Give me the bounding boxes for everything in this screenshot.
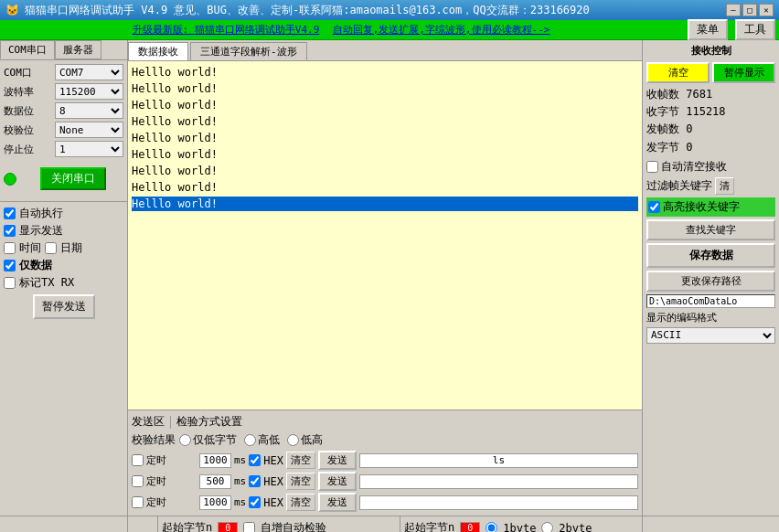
time-label: 时间 <box>19 240 41 256</box>
send-row2-send-button[interactable]: 发送 <box>318 472 357 491</box>
data-line: Helllo world! <box>132 114 638 129</box>
baud-select[interactable]: 115200 <box>55 83 123 100</box>
send-row1-timer-checkbox[interactable] <box>132 454 144 466</box>
2byte-label: 2byte <box>559 522 592 533</box>
send-row2-ms-label: ms <box>234 475 246 487</box>
send-row2-timer-label: 定时 <box>146 474 197 488</box>
minimize-button[interactable]: — <box>726 4 741 16</box>
data-line: Helllo world! <box>132 147 638 162</box>
find-keyword-button[interactable]: 查找关键字 <box>646 219 775 240</box>
recv-frames-stat: 收帧数 7681 <box>646 86 775 103</box>
auto-clear-checkbox[interactable] <box>646 161 658 173</box>
send-row-2: 定时 ms HEX 清空 发送 <box>132 472 638 491</box>
send-row1-hex-label: HEX <box>263 454 283 467</box>
verify-lh-radio[interactable] <box>287 434 299 446</box>
close-button[interactable]: ✕ <box>759 4 774 16</box>
data-line: Helllo world! <box>132 81 638 96</box>
stop-bits-select[interactable]: 1 <box>55 141 123 157</box>
menu-button[interactable]: 菜单 <box>688 19 728 40</box>
send-row2-timer-checkbox[interactable] <box>132 475 144 487</box>
verify-hl-radio[interactable] <box>244 434 256 446</box>
change-path-button[interactable]: 更改保存路径 <box>646 271 775 292</box>
data-line: Helllo world! <box>132 131 638 145</box>
highlight-checkbox[interactable] <box>648 201 660 213</box>
send-row3-text-input[interactable] <box>359 495 638 510</box>
pause-send-button[interactable]: 暂停发送 <box>33 294 95 319</box>
com-label: COM口 <box>4 66 40 80</box>
1byte-label: 1byte <box>503 522 536 533</box>
tab-waveform[interactable]: 三通道字段解析-波形 <box>190 42 307 60</box>
tab-data-receive[interactable]: 数据接收 <box>128 42 188 60</box>
send-row1-text-input[interactable] <box>359 453 638 468</box>
tool-button[interactable]: 工具 <box>735 19 775 40</box>
stats-area: 收帧数 7681 收字节 115218 发帧数 0 发字节 0 <box>646 86 775 156</box>
com-row: COM口 COM7 <box>4 64 123 80</box>
pause-display-button[interactable]: 暂停显示 <box>712 62 775 83</box>
auto-incr-checkbox[interactable] <box>243 522 255 532</box>
date-label: 日期 <box>60 240 82 256</box>
data-bits-label: 数据位 <box>4 104 40 118</box>
start-byte-input-0[interactable] <box>218 522 238 533</box>
mark-txrx-checkbox[interactable] <box>4 277 16 289</box>
tab-server[interactable]: 服务器 <box>55 40 101 59</box>
time-checkbox[interactable] <box>4 242 16 254</box>
send-row2-text-input[interactable] <box>359 474 638 489</box>
filter-clear-button[interactable]: 清 <box>715 177 734 195</box>
auto-exec-label: 自动执行 <box>19 206 63 221</box>
auto-exec-checkbox[interactable] <box>4 207 16 219</box>
show-send-row: 显示发送 <box>4 223 123 239</box>
data-line: Helllo world! <box>132 98 638 112</box>
filter-row: 过滤帧关键字 清 <box>646 177 775 195</box>
start-byte-label-2: 起始字节n <box>404 520 454 532</box>
1byte-radio[interactable] <box>486 522 497 532</box>
highlight-label: 高亮接收关键字 <box>663 199 740 215</box>
upgrade-link[interactable]: 升级最新版: 猫猫串口网络调试助手V4.9 <box>133 23 320 37</box>
verify-low-radio[interactable] <box>179 434 191 446</box>
send-row-3: 定时 ms HEX 清空 发送 <box>132 493 638 512</box>
send-row3-hex-checkbox[interactable] <box>249 496 261 508</box>
data-bits-row: 数据位 8 <box>4 102 123 119</box>
tutorial-link[interactable]: 自动回复,发送扩展,字综波形,使用必读教程--> <box>333 23 550 37</box>
tab-com[interactable]: COM串口 <box>0 40 55 59</box>
send-row1-ms-input[interactable] <box>199 453 231 468</box>
send-row2-hex-checkbox[interactable] <box>249 475 261 487</box>
encoding-select[interactable]: ASCII <box>646 327 775 344</box>
send-row-1: 定时 ms HEX 清空 发送 <box>132 451 638 470</box>
show-send-label: 显示发送 <box>19 223 63 239</box>
send-row1-ms-label: ms <box>234 454 246 466</box>
stop-bits-label: 停止位 <box>4 143 40 156</box>
data-line: Helllo world! <box>132 65 638 80</box>
com-select[interactable]: COM7 <box>55 64 123 80</box>
send-row2-hex-label: HEX <box>263 475 283 488</box>
save-data-button[interactable]: 保存数据 <box>646 243 775 268</box>
divider <box>170 416 171 429</box>
auto-exec-row: 自动执行 <box>4 206 123 221</box>
send-row3-ms-input[interactable] <box>199 495 231 510</box>
send-row1-hex-checkbox[interactable] <box>249 454 261 466</box>
data-bits-select[interactable]: 8 <box>55 102 123 119</box>
data-line: Helllo world! <box>132 180 638 195</box>
send-row2-ms-input[interactable] <box>199 474 231 489</box>
only-data-checkbox[interactable] <box>4 260 16 271</box>
date-checkbox[interactable] <box>45 242 57 254</box>
clear-recv-button[interactable]: 清空 <box>646 62 710 83</box>
menu-bar: 升级最新版: 猫猫串口网络调试助手V4.9 自动回复,发送扩展,字综波形,使用必… <box>0 20 779 40</box>
show-send-checkbox[interactable] <box>4 225 16 237</box>
2byte-radio[interactable] <box>541 522 553 532</box>
right-panel: 接收控制 清空 暂停显示 收帧数 7681 收字节 115218 发帧数 0 发… <box>642 40 779 516</box>
send-row3-clear-button[interactable]: 清空 <box>286 494 315 511</box>
start-byte-input-2[interactable] <box>460 522 480 533</box>
maximize-button[interactable]: □ <box>742 4 757 16</box>
send-row3-send-button[interactable]: 发送 <box>318 493 357 512</box>
send-row1-clear-button[interactable]: 清空 <box>286 452 315 469</box>
send-row1-send-button[interactable]: 发送 <box>318 451 357 470</box>
verify-row: 校验结果 仅低字节 高低 低高 <box>132 432 638 448</box>
send-row2-clear-button[interactable]: 清空 <box>286 473 315 490</box>
recv-bytes-stat: 收字节 115218 <box>646 103 775 121</box>
close-port-button[interactable]: 关闭串口 <box>40 167 106 190</box>
verify-lh-label: 低高 <box>301 432 323 448</box>
send-row3-timer-checkbox[interactable] <box>132 496 144 508</box>
parity-select[interactable]: None <box>55 122 123 138</box>
parity-row: 校验位 None <box>4 122 123 138</box>
send-frames-stat: 发帧数 0 <box>646 121 775 138</box>
